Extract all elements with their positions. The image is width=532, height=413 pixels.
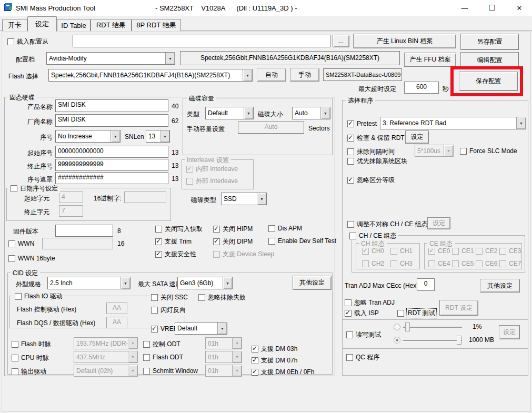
- manual-button[interactable]: 手动: [290, 68, 319, 82]
- ce4-checkbox[interactable]: CE4: [428, 260, 450, 267]
- program-other-settings-button[interactable]: 其他设定: [480, 279, 520, 293]
- save-config-as-button[interactable]: 另存配置: [460, 34, 519, 50]
- dm03-checkbox[interactable]: 支援 DM 03h: [252, 345, 297, 354]
- generate-linux-bin-button[interactable]: 产生 Linux BIN 档案: [353, 34, 456, 48]
- led-invert-checkbox[interactable]: 闪灯反向: [151, 306, 186, 315]
- rw-size-slider[interactable]: [403, 340, 462, 341]
- rw-settings-button[interactable]: 设定: [499, 325, 520, 339]
- chevron-down-icon[interactable]: ▼: [160, 130, 169, 142]
- check-keep-rdt-checkbox[interactable]: 检查 & 保留 RDT: [347, 134, 405, 143]
- trim-support-checkbox[interactable]: 支援 Trim: [155, 237, 192, 246]
- edit-config-button[interactable]: 编辑配置: [460, 52, 519, 68]
- product-name-input[interactable]: SMI DISK: [55, 99, 168, 112]
- ce6-checkbox[interactable]: CE6: [476, 260, 497, 267]
- max-sata-speed-dropdown[interactable]: Gen3 (6Gb)▼: [177, 277, 233, 289]
- internal-interleave-checkbox[interactable]: 内部 Interleave: [186, 165, 238, 174]
- schmitt-window-dropdown[interactable]: 01h▼: [205, 365, 242, 377]
- disk-size-dropdown[interactable]: Auto▼: [292, 107, 330, 119]
- output-drive-checkbox[interactable]: 输出驱动: [12, 367, 46, 376]
- ctrl-odt-checkbox[interactable]: 控制 ODT: [143, 340, 180, 349]
- ch2-checkbox[interactable]: CH2: [362, 260, 384, 267]
- serial-mask-input[interactable]: #############: [55, 172, 168, 184]
- disable-ssc-checkbox[interactable]: 关闭 SSC: [151, 293, 188, 302]
- flash-odt-dropdown[interactable]: 01h▼: [205, 351, 242, 363]
- vendor-name-input[interactable]: SMI DISK: [55, 114, 168, 127]
- ce3-checkbox[interactable]: CE3: [499, 247, 521, 255]
- flash-clock-dropdown[interactable]: 193.75MHz (DDR-387▼: [74, 337, 138, 349]
- erase-interval-checkbox[interactable]: 抹除间隔时间: [347, 147, 395, 156]
- device-sleep-checkbox[interactable]: 支援 Device Sleep: [213, 250, 274, 259]
- chevron-down-icon[interactable]: ▼: [320, 107, 330, 119]
- qc-program-checkbox[interactable]: QC 程序: [346, 353, 379, 362]
- ch0-checkbox[interactable]: CH0: [362, 247, 384, 255]
- chevron-down-icon[interactable]: ▼: [257, 193, 266, 205]
- capacity-type-dropdown[interactable]: Default▼: [205, 107, 254, 119]
- adjust-asymmetric-chce-checkbox[interactable]: 调整不对称 CH / CE 组态: [347, 220, 428, 229]
- erase-system-blocks-first-checkbox[interactable]: 优先抹除系统区块: [347, 157, 407, 166]
- cid-other-settings-button[interactable]: 其他设定: [293, 276, 332, 290]
- load-config-from-checkbox[interactable]: 载入配置从: [7, 37, 48, 46]
- ce0-checkbox[interactable]: CE0: [428, 247, 450, 255]
- output-drive-dropdown[interactable]: Default (02h)▼: [74, 365, 138, 377]
- cpu-clock-dropdown[interactable]: 437.5MHz▼: [74, 351, 138, 363]
- hex-word-input[interactable]: [124, 192, 166, 203]
- vref-dropdown[interactable]: Default▼: [175, 322, 227, 335]
- rdt-settings-button[interactable]: 设定: [405, 130, 429, 144]
- wwn-input[interactable]: [42, 238, 113, 249]
- chevron-down-icon[interactable]: ▼: [232, 351, 242, 362]
- close-button[interactable]: ✕: [506, 0, 532, 16]
- serial-mode-dropdown[interactable]: No Increase▼: [55, 130, 121, 143]
- disk-type-dropdown[interactable]: SSD▼: [221, 193, 267, 205]
- chevron-down-icon[interactable]: ▼: [232, 365, 242, 376]
- date-serial-checkbox[interactable]: 日期序号设定: [8, 184, 60, 193]
- flash-dqs-drive-input[interactable]: AA: [106, 317, 127, 328]
- ignore-grading-checkbox[interactable]: 忽略区分等级: [347, 176, 395, 185]
- chevron-down-icon[interactable]: ▼: [243, 69, 252, 81]
- wwn-checkbox[interactable]: WWN: [8, 240, 34, 247]
- rdt-test-checkbox[interactable]: RDT 测试: [397, 309, 436, 318]
- security-support-checkbox[interactable]: 支援安全性: [155, 250, 196, 259]
- chevron-down-icon[interactable]: ▼: [111, 130, 120, 142]
- rw-percent-slider[interactable]: [403, 327, 462, 328]
- tran-adj-max-cecc-input[interactable]: 0: [417, 278, 435, 291]
- chevron-down-icon[interactable]: ▼: [128, 351, 137, 362]
- rdt-setup-button[interactable]: RDT 设定: [439, 300, 478, 316]
- form-factor-dropdown[interactable]: 2.5 Inch▼: [47, 277, 131, 289]
- flash-clock-checkbox[interactable]: Flash 时脉: [12, 340, 51, 349]
- load-isp-checkbox[interactable]: 载入 ISP: [345, 309, 379, 318]
- chevron-down-icon[interactable]: ▼: [128, 365, 137, 376]
- tab-rdt-result[interactable]: RDT 结果: [91, 19, 132, 31]
- profile-dropdown[interactable]: Avidia-Modify▼: [46, 52, 175, 65]
- rw-size-radio[interactable]: [394, 337, 400, 344]
- chevron-down-icon[interactable]: ▼: [217, 323, 227, 334]
- disable-dipm-checkbox[interactable]: 关闭 DIPM: [213, 237, 253, 246]
- serial-end-input[interactable]: 9999999999999: [55, 159, 168, 171]
- disable-hipm-checkbox[interactable]: 关闭 HIPM: [213, 225, 253, 234]
- pretest-checkbox[interactable]: Pretest: [347, 120, 377, 127]
- ch3-checkbox[interactable]: CH3: [390, 260, 413, 267]
- max-timeout-input[interactable]: 600: [404, 82, 439, 94]
- chevron-down-icon[interactable]: ▼: [223, 277, 232, 289]
- chevron-down-icon[interactable]: ▼: [244, 107, 253, 119]
- external-interleave-checkbox[interactable]: 外部 Interleave: [186, 177, 238, 186]
- dev-self-test-checkbox[interactable]: Enable Dev Self Test: [268, 237, 336, 245]
- schmitt-window-checkbox[interactable]: Schmitt Window: [143, 367, 198, 375]
- rw-percent-radio[interactable]: [394, 324, 400, 330]
- wwn-16byte-checkbox[interactable]: WWN 16byte: [8, 255, 55, 262]
- erase-interval-dropdown[interactable]: 5*100us▼: [415, 145, 454, 157]
- chevron-down-icon[interactable]: ▼: [165, 53, 175, 64]
- ce5-checkbox[interactable]: CE5: [452, 260, 474, 267]
- ce1-checkbox[interactable]: CE1: [452, 247, 474, 255]
- dm07-checkbox[interactable]: 支援 DM 07h: [252, 356, 297, 365]
- asymmetric-settings-button[interactable]: 设定: [427, 217, 450, 229]
- minimize-button[interactable]: —: [451, 0, 478, 16]
- disable-write-cache-checkbox[interactable]: 关闭写入快取: [155, 225, 203, 234]
- ignore-tran-adj-checkbox[interactable]: 忽略 Tran ADJ: [345, 298, 395, 307]
- force-slc-mode-checkbox[interactable]: Force SLC Mode: [460, 147, 517, 155]
- maximize-button[interactable]: ☐: [479, 0, 505, 16]
- rw-percent-slider-thumb[interactable]: [405, 323, 410, 331]
- flash-odt-checkbox[interactable]: Flash ODT: [143, 354, 183, 361]
- rw-test-checkbox[interactable]: 读写测试: [346, 330, 381, 339]
- vref-checkbox[interactable]: VREF: [151, 325, 177, 333]
- dis-apm-checkbox[interactable]: Dis APM: [268, 225, 302, 232]
